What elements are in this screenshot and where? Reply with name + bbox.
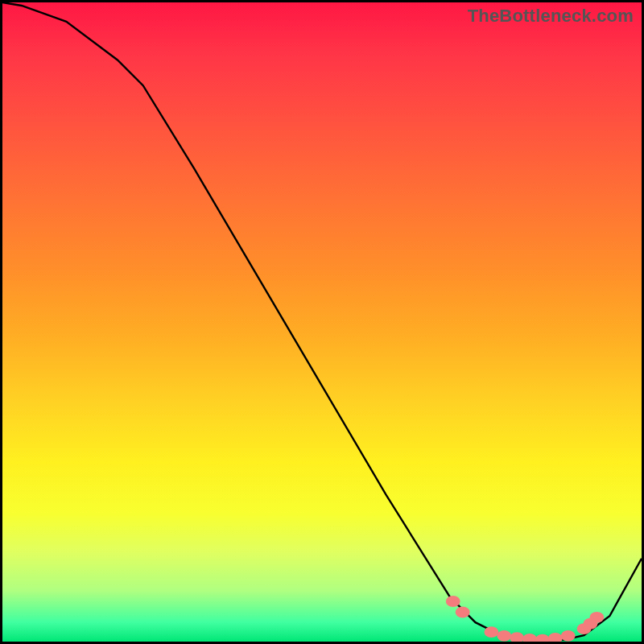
bottleneck-chart: TheBottleneck.com bbox=[0, 0, 644, 644]
chart-svg bbox=[2, 2, 642, 642]
marker-point bbox=[535, 634, 550, 642]
chart-markers bbox=[446, 596, 605, 642]
marker-point bbox=[548, 633, 563, 642]
chart-curve bbox=[2, 2, 642, 640]
marker-point bbox=[561, 630, 576, 642]
marker-point bbox=[522, 634, 537, 642]
marker-point bbox=[497, 630, 511, 642]
marker-point bbox=[446, 596, 460, 607]
marker-point bbox=[589, 612, 604, 623]
marker-point bbox=[510, 632, 524, 642]
marker-point bbox=[456, 607, 470, 618]
marker-point bbox=[484, 626, 498, 638]
